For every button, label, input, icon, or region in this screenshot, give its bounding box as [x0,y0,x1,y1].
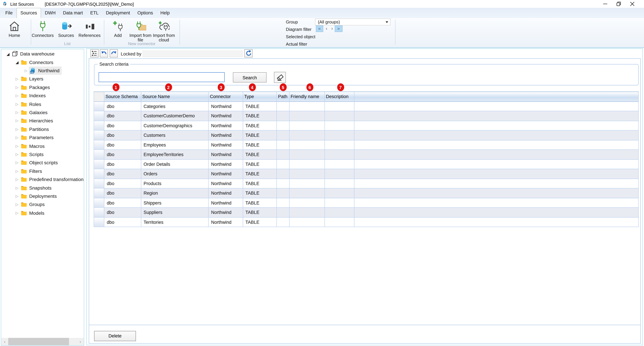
grid-row-customers[interactable]: dboCustomersNorthwindTABLE [94,131,639,140]
grid-row-orders[interactable]: dboOrdersNorthwindTABLE [94,169,639,179]
row-selector-cell[interactable] [94,140,104,150]
menu-item-deployment[interactable]: Deployment [102,8,134,18]
tree-item-deployments[interactable]: ▷ Deployments [1,192,84,201]
grid-row-employeeterritories[interactable]: dboEmployeeTerritoriesNorthwindTABLE [94,150,639,160]
undo-button[interactable] [100,49,108,57]
tree-item-partitions[interactable]: ▷ Partitions [1,125,84,133]
row-selector-cell[interactable] [94,121,104,131]
grid-row-order-details[interactable]: dboOrder DetailsNorthwindTABLE [94,159,639,169]
collapsed-expander-icon[interactable]: ▷ [14,177,20,181]
tree-item-roles[interactable]: ▷ Roles [1,100,84,108]
collapsed-expander-icon[interactable]: ▷ [14,136,20,140]
search-button[interactable]: Search [233,72,267,82]
grid-row-shippers[interactable]: dboShippersNorthwindTABLE [94,198,639,208]
menu-item-data-mart[interactable]: Data mart [59,8,86,18]
menu-item-dwh[interactable]: DWH [41,8,59,18]
refresh-button[interactable] [244,49,252,57]
row-selector-cell[interactable] [94,179,104,189]
column-header-source-schema[interactable]: Source Schema [104,92,141,102]
ribbon-button-import-from-cloud[interactable]: Import from cloud [152,20,176,42]
view-options-button[interactable] [90,49,98,57]
minimize-button[interactable] [598,0,612,8]
collapsed-expander-icon[interactable]: ▷ [14,127,20,131]
expanded-expander-icon[interactable]: ◢ [14,60,20,64]
column-header-description[interactable]: Description [325,92,354,102]
grid-row-region[interactable]: dboRegionNorthwindTABLE [94,188,639,198]
ribbon-button-add[interactable]: Add [106,20,130,38]
column-header-friendly-name[interactable]: Friendly name [289,92,325,102]
delete-button[interactable]: Delete [94,331,136,341]
diagram-filter-next-button[interactable]: › [330,25,334,32]
ribbon-button-connectors[interactable]: Connectors [31,20,55,38]
restore-button[interactable] [612,0,626,8]
row-selector-cell[interactable] [94,102,104,111]
row-selector-cell[interactable] [94,150,104,160]
expanded-expander-icon[interactable]: ◢ [5,52,11,56]
collapsed-expander-icon[interactable]: ▷ [14,186,20,190]
search-input[interactable] [98,72,225,82]
tree-item-groups[interactable]: ▷ Groups [1,201,84,209]
menu-item-etl[interactable]: ETL [86,8,102,18]
collapsed-expander-icon[interactable]: ▷ [14,94,20,98]
collapsed-expander-icon[interactable]: ▷ [14,144,20,148]
diagram-filter-first-button[interactable]: « [316,25,323,32]
ribbon-button-references[interactable]: References [78,20,102,38]
collapsed-expander-icon[interactable]: ▷ [14,152,20,156]
grid-row-customerdemographics[interactable]: dboCustomerDemographicsNorthwindTABLE [94,121,639,131]
tree-item-scripts[interactable]: ▷ Scripts [1,150,84,159]
row-selector-cell[interactable] [94,111,104,121]
clear-search-button[interactable] [274,72,286,83]
tree-horizontal-scrollbar[interactable]: ‹ › [1,338,84,345]
column-header-type[interactable]: Type [243,92,277,102]
collapsed-expander-icon[interactable]: ▷ [14,194,20,198]
tree-item-object-scripts[interactable]: ▷ Object scripts [1,159,84,167]
column-header-path[interactable]: Path [277,92,290,102]
scroll-left-arrow[interactable]: ‹ [1,338,8,345]
row-selector-cell[interactable] [94,198,104,208]
grid-row-categories[interactable]: dboCategoriesNorthwindTABLE [94,102,639,111]
diagram-filter-last-button[interactable]: » [335,25,342,32]
tree-item-connectors[interactable]: ◢ Connectors [1,58,84,66]
column-header-source-name[interactable]: Source Name [141,92,209,102]
grid-row-customercustomerdemo[interactable]: dboCustomerCustomerDemoNorthwindTABLE [94,111,639,121]
scroll-right-arrow[interactable]: › [77,338,84,345]
collapsed-expander-icon[interactable]: ▷ [14,102,20,106]
tree-item-macros[interactable]: ▷ Macros [1,142,84,150]
close-button[interactable] [626,0,639,8]
tree-item-filters[interactable]: ▷ Filters [1,167,84,175]
collapsed-expander-icon[interactable]: ▷ [14,203,20,207]
tree-item-galaxies[interactable]: ▷ Galaxies [1,108,84,117]
tree-item-layers[interactable]: ▷ Layers [1,75,84,83]
tree-item-packages[interactable]: ▷ Packages [1,83,84,91]
menu-item-sources[interactable]: Sources [16,8,41,18]
diagram-filter-prev-button[interactable]: ‹ [324,25,329,32]
grid-row-products[interactable]: dboProductsNorthwindTABLE [94,179,639,189]
redo-button[interactable] [110,49,118,57]
grid-row-employees[interactable]: dboEmployeesNorthwindTABLE [94,140,639,150]
grid-row-territories[interactable]: dboTerritoriesNorthwindTABLE [94,217,639,227]
row-selector-cell[interactable] [94,188,104,198]
row-selector-cell[interactable] [94,208,104,217]
tree-item-indexes[interactable]: ▷ Indexes [1,91,84,100]
tree-item-parameters[interactable]: ▷ Parameters [1,133,84,142]
collapsed-expander-icon[interactable]: ▷ [14,211,20,215]
tree-item-models[interactable]: ▷ Models [1,209,84,217]
tree-item-northwind[interactable]: ▷ SQL Northwind [1,66,84,75]
row-selector-cell[interactable] [94,169,104,179]
collapsed-expander-icon[interactable]: ▷ [14,169,20,173]
collapsed-expander-icon[interactable]: ▷ [14,77,20,81]
collapsed-expander-icon[interactable]: ▷ [14,161,20,165]
tree-item-snapshots[interactable]: ▷ Snapshots [1,184,84,192]
menu-item-file[interactable]: File [2,8,16,18]
collapsed-expander-icon[interactable]: ▷ [14,110,20,114]
column-header-connector[interactable]: Connector [209,92,243,102]
grid-row-suppliers[interactable]: dboSuppliersNorthwindTABLE [94,208,639,217]
ribbon-button-import-from-file[interactable]: Import from file [128,20,153,42]
group-dropdown[interactable]: (All groups) [315,18,390,25]
row-selector-cell[interactable] [94,159,104,169]
scrollbar-thumb[interactable] [8,338,69,345]
ribbon-button-sources[interactable]: Sources [54,20,78,38]
menu-item-help[interactable]: Help [157,8,173,18]
tree-item-predefined-transformations[interactable]: ▷ Predefined transformations [1,175,84,184]
collapsed-expander-icon[interactable]: ▷ [14,119,20,123]
